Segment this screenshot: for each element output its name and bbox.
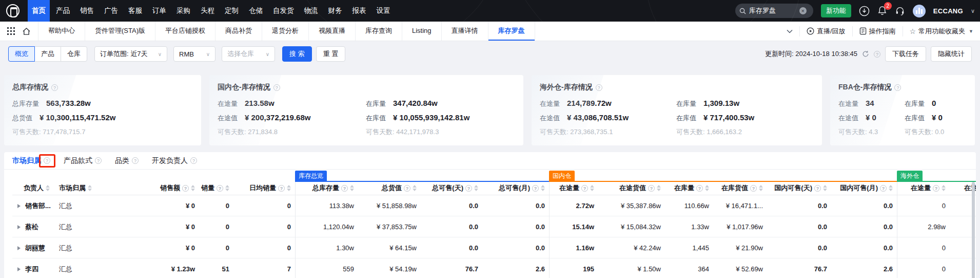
page-tab-退货分析[interactable]: 退货分析	[262, 22, 308, 41]
expand-caret-icon[interactable]	[17, 225, 21, 229]
table-row[interactable]: 蔡松汇总¥ 0001,120.04w¥ 37,853.75w0.00.015.1…	[12, 216, 976, 237]
expand-caret-icon[interactable]	[17, 267, 21, 271]
column-header-在途量[interactable]: 在途量?	[549, 181, 598, 195]
table-row[interactable]: 李四汇总¥ 1.23w517559¥ 54.19w76.72.6195¥ 1.5…	[12, 258, 976, 278]
refresh-icon[interactable]	[862, 50, 869, 58]
search-button[interactable]: 搜 索	[282, 46, 312, 62]
topnav-item-客服[interactable]: 客服	[124, 0, 146, 22]
topnav-item-广告[interactable]: 广告	[100, 0, 122, 22]
expand-caret-icon[interactable]	[17, 246, 21, 250]
headset-support-icon[interactable]	[895, 6, 905, 16]
download-tasks-button[interactable]: 下载任务	[885, 46, 926, 62]
page-tab-视频直播[interactable]: 视频直播	[308, 22, 355, 41]
sort-carets-icon[interactable]	[287, 185, 291, 191]
topnav-item-报表[interactable]: 报表	[348, 0, 370, 22]
column-header-国内可售(天)[interactable]: 国内可售(天)?	[767, 181, 831, 195]
help-icon[interactable]: ?	[404, 185, 410, 192]
global-search[interactable]: ×	[735, 4, 813, 18]
help-icon[interactable]: ?	[190, 157, 197, 164]
help-icon[interactable]: ?	[217, 185, 223, 192]
help-icon[interactable]: ?	[933, 185, 939, 192]
sort-carets-icon[interactable]	[225, 185, 229, 191]
help-icon[interactable]: ?	[581, 185, 588, 192]
column-header-总库存量[interactable]: 总库存量?	[295, 181, 358, 195]
help-icon[interactable]: ?	[132, 157, 139, 164]
app-logo[interactable]	[6, 4, 19, 17]
help-icon[interactable]: ?	[648, 185, 655, 192]
sort-carets-icon[interactable]	[474, 185, 478, 191]
page-tab-直播详情[interactable]: 直播详情	[441, 22, 488, 41]
column-header-负责人[interactable]: 负责人	[12, 181, 55, 195]
table-tab-市场归属[interactable]: 市场归属?	[12, 156, 50, 165]
column-header-市场归属[interactable]: 市场归属	[55, 181, 116, 195]
help-icon[interactable]: ?	[95, 157, 102, 164]
help-icon[interactable]: ?	[894, 84, 901, 91]
sort-carets-icon[interactable]	[759, 185, 763, 191]
view-seg-产品[interactable]: 产品	[34, 46, 61, 62]
topnav-item-产品[interactable]: 产品	[52, 0, 74, 22]
sort-carets-icon[interactable]	[657, 185, 661, 191]
topnav-item-头程[interactable]: 头程	[197, 0, 219, 22]
view-seg-仓库[interactable]: 仓库	[61, 46, 87, 62]
column-header-在途量[interactable]: 在途量?	[897, 181, 950, 195]
operation-guide-link[interactable]: 操作指南	[852, 26, 903, 36]
column-header-日均销量[interactable]: 日均销量?	[233, 181, 295, 195]
column-header-总可售(天)[interactable]: 总可售(天)?	[421, 181, 482, 195]
help-icon[interactable]: ?	[44, 157, 50, 164]
column-header-在途货值[interactable]: 在途货值?	[598, 181, 665, 195]
column-header-销量[interactable]: 销量?	[199, 181, 233, 195]
page-tab-商品补货[interactable]: 商品补货	[215, 22, 262, 41]
column-header-销售额[interactable]: 销售额?	[116, 181, 199, 195]
topnav-item-仓储[interactable]: 仓储	[245, 0, 267, 22]
table-row[interactable]: 销售部...汇总¥ 000113.38w¥ 51,858.98w0.00.02.…	[12, 195, 976, 216]
warehouse-select[interactable]: 选择仓库 ∨	[222, 46, 275, 62]
sort-carets-icon[interactable]	[350, 185, 354, 191]
vertical-scrollbar[interactable]	[972, 182, 975, 278]
account-name[interactable]: ECCANG	[933, 7, 963, 15]
sort-carets-icon[interactable]	[88, 185, 92, 191]
sort-carets-icon[interactable]	[823, 185, 827, 191]
help-icon[interactable]: ?	[814, 185, 821, 192]
hide-stats-button[interactable]: 隐藏统计	[931, 46, 972, 62]
sort-carets-icon[interactable]	[46, 185, 50, 191]
help-icon[interactable]: ?	[750, 185, 757, 192]
search-clear-icon[interactable]: ×	[799, 7, 807, 14]
column-header-总货值[interactable]: 总货值?	[358, 181, 421, 195]
view-seg-概览[interactable]: 概览	[8, 46, 35, 62]
help-icon[interactable]: ?	[51, 84, 58, 91]
help-icon[interactable]: ?	[874, 51, 880, 58]
topnav-item-财务[interactable]: 财务	[324, 0, 346, 22]
table-tab-开发负责人[interactable]: 开发负责人?	[152, 156, 197, 165]
download-icon[interactable]	[859, 6, 870, 16]
account-chevron-down-icon[interactable]: ∨	[971, 8, 975, 14]
live-replay-link[interactable]: 直播/回放	[799, 26, 852, 36]
help-icon[interactable]: ?	[465, 185, 472, 192]
table-tab-品类[interactable]: 品类?	[115, 156, 139, 165]
table-row[interactable]: 胡丽慧汇总¥ 0001.30w¥ 64.15w0.00.01.16w¥ 42.2…	[12, 237, 976, 258]
reset-button[interactable]: 重 置	[316, 46, 346, 62]
topnav-item-采购[interactable]: 采购	[172, 0, 194, 22]
order-range-select[interactable]: 订单范围: 近7天 ∨	[94, 46, 167, 62]
help-icon[interactable]: ?	[532, 185, 539, 192]
page-tab-平台店铺授权[interactable]: 平台店铺授权	[155, 22, 215, 41]
sort-carets-icon[interactable]	[413, 185, 417, 191]
help-icon[interactable]: ?	[273, 84, 280, 91]
currency-select[interactable]: RMB ∨	[173, 46, 215, 62]
favorites-menu[interactable]: ☆ 常用功能收藏夹 ▼	[903, 26, 980, 36]
search-input[interactable]	[749, 7, 796, 15]
home-icon[interactable]	[22, 27, 31, 35]
topnav-item-订单[interactable]: 订单	[148, 0, 170, 22]
page-tab-货件管理(STA)版[interactable]: 货件管理(STA)版	[85, 22, 155, 41]
sort-carets-icon[interactable]	[889, 185, 893, 191]
sort-carets-icon[interactable]	[541, 185, 545, 191]
topnav-item-自发货[interactable]: 自发货	[269, 0, 298, 22]
page-tab-Listing[interactable]: Listing	[402, 22, 441, 41]
page-tab-库存查询[interactable]: 库存查询	[355, 22, 402, 41]
notification-bell-icon[interactable]: 2	[877, 6, 887, 16]
help-icon[interactable]: ?	[182, 185, 189, 192]
topnav-item-首页[interactable]: 首页	[28, 0, 50, 22]
page-tab-库存罗盘[interactable]: 库存罗盘	[488, 22, 535, 41]
column-header-国内可售(月)[interactable]: 国内可售(月)?	[831, 181, 897, 195]
app-grid-icon[interactable]	[7, 27, 15, 35]
column-header-在库货值[interactable]: 在库货值?	[713, 181, 767, 195]
